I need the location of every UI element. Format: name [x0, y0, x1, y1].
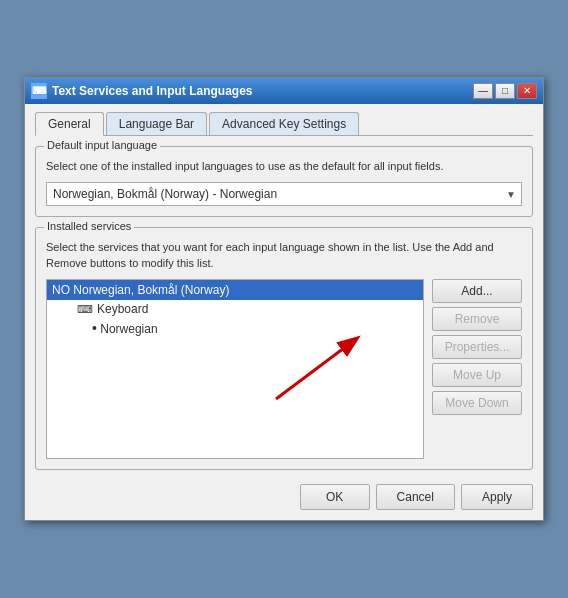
minimize-button[interactable]: —: [473, 83, 493, 99]
window-title: Text Services and Input Languages: [52, 84, 253, 98]
language-dropdown-container: Norwegian, Bokmål (Norway) - Norwegian ▼: [46, 182, 522, 206]
services-list[interactable]: NO Norwegian, Bokmål (Norway) ⌨ Keyboard…: [46, 279, 424, 459]
window-icon: ⌨: [31, 83, 47, 99]
tab-language-bar[interactable]: Language Bar: [106, 112, 207, 135]
keyboard-icon: ⌨: [77, 303, 93, 316]
list-item-norwegian: • Norwegian: [47, 318, 423, 338]
remove-button[interactable]: Remove: [432, 307, 522, 331]
main-window: ⌨ Text Services and Input Languages — □ …: [24, 77, 544, 521]
list-item-keyboard: ⌨ Keyboard: [47, 300, 423, 318]
default-language-group-label: Default input language: [44, 139, 160, 151]
services-area: NO Norwegian, Bokmål (Norway) ⌨ Keyboard…: [46, 279, 522, 459]
list-item-label: Norwegian, Bokmål (Norway): [73, 283, 229, 297]
default-language-description: Select one of the installed input langua…: [46, 159, 522, 174]
add-button[interactable]: Add...: [432, 279, 522, 303]
language-dropdown[interactable]: Norwegian, Bokmål (Norway) - Norwegian: [46, 182, 522, 206]
cancel-button[interactable]: Cancel: [376, 484, 455, 510]
tab-advanced-key-settings[interactable]: Advanced Key Settings: [209, 112, 359, 135]
window-content: General Language Bar Advanced Key Settin…: [25, 104, 543, 520]
apply-button[interactable]: Apply: [461, 484, 533, 510]
maximize-button[interactable]: □: [495, 83, 515, 99]
tab-bar: General Language Bar Advanced Key Settin…: [35, 112, 533, 136]
bullet-icon: •: [92, 320, 97, 336]
installed-services-group: Installed services Select the services t…: [35, 227, 533, 470]
list-item-prefix: NO: [52, 283, 70, 297]
tab-general[interactable]: General: [35, 112, 104, 136]
ok-button[interactable]: OK: [300, 484, 370, 510]
title-bar: ⌨ Text Services and Input Languages — □ …: [25, 78, 543, 104]
default-input-language-group: Default input language Select one of the…: [35, 146, 533, 217]
close-button[interactable]: ✕: [517, 83, 537, 99]
list-item-norway[interactable]: NO Norwegian, Bokmål (Norway): [47, 280, 423, 300]
keyboard-label: Keyboard: [97, 302, 148, 316]
title-controls: — □ ✕: [473, 83, 537, 99]
installed-services-description: Select the services that you want for ea…: [46, 240, 522, 271]
move-up-button[interactable]: Move Up: [432, 363, 522, 387]
move-down-button[interactable]: Move Down: [432, 391, 522, 415]
title-bar-left: ⌨ Text Services and Input Languages: [31, 83, 253, 99]
norwegian-label: Norwegian: [100, 322, 157, 336]
bottom-buttons: OK Cancel Apply: [35, 484, 533, 510]
services-buttons: Add... Remove Properties... Move Up Move…: [432, 279, 522, 459]
installed-services-group-label: Installed services: [44, 220, 134, 232]
properties-button[interactable]: Properties...: [432, 335, 522, 359]
